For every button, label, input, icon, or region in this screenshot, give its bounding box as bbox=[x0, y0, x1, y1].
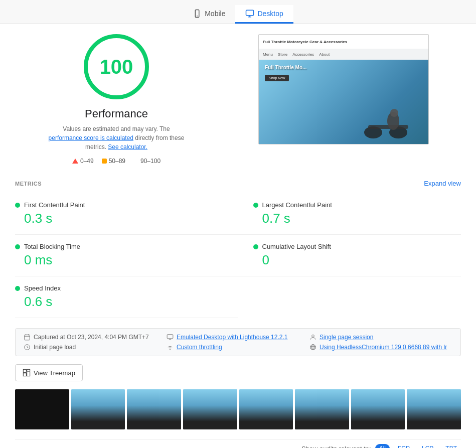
metric-cls: Cumulative Layout Shift 0 bbox=[238, 235, 461, 276]
screenshot-shop-btn: Shop Now bbox=[265, 75, 289, 81]
audit-tag-fcp[interactable]: FCP bbox=[394, 444, 414, 448]
screenshot-hero-text: Full Throttle Mo... bbox=[265, 65, 306, 70]
info-page-load-text: Initial page load bbox=[34, 344, 76, 351]
legend-fail: 0–49 bbox=[72, 158, 94, 165]
metric-cls-name-row: Cumulative Layout Shift bbox=[253, 243, 461, 250]
metric-fcp-name: First Contentful Paint bbox=[24, 201, 85, 209]
legend-fail-label: 0–49 bbox=[80, 158, 94, 165]
desktop-icon bbox=[245, 9, 254, 18]
screenshot-nav-bar: MenuStoreAccessoriesAbout bbox=[259, 49, 428, 60]
calendar-icon bbox=[24, 334, 31, 341]
info-captured: Captured at Oct 23, 2024, 4:04 PM GMT+7 bbox=[24, 334, 167, 341]
info-page-load: Initial page load bbox=[24, 344, 167, 351]
wifi-icon bbox=[167, 344, 174, 351]
screenshot-site-title: Full Throttle Motorcycle Gear & Accessor… bbox=[263, 40, 347, 44]
score-value: 100 bbox=[100, 56, 133, 78]
svg-rect-26 bbox=[27, 372, 30, 376]
legend-pass: 90–100 bbox=[133, 158, 161, 165]
metric-si-dot bbox=[15, 286, 20, 291]
metric-fcp-dot bbox=[15, 203, 20, 208]
metric-lcp-name: Largest Contentful Paint bbox=[262, 201, 332, 209]
metric-si: Speed Index 0.6 s bbox=[15, 276, 238, 318]
info-browser-link[interactable]: Using HeadlessChromium 129.0.6668.89 wit… bbox=[320, 344, 447, 351]
metric-lcp-name-row: Largest Contentful Paint bbox=[253, 201, 461, 209]
metric-si-name-row: Speed Index bbox=[15, 284, 223, 292]
svg-point-17 bbox=[312, 335, 314, 337]
svg-point-21 bbox=[312, 345, 314, 350]
svg-point-19 bbox=[170, 349, 170, 350]
page-screenshot: Full Throttle Motorcycle Gear & Accessor… bbox=[258, 34, 429, 144]
main-content: 100 Performance Values are estimated and… bbox=[0, 24, 476, 448]
metric-tbt-name: Total Blocking Time bbox=[24, 243, 80, 250]
audit-tag-tbt[interactable]: TBT bbox=[441, 444, 461, 448]
info-browser: Using HeadlessChromium 129.0.6668.89 wit… bbox=[309, 344, 452, 351]
screenshot-header-bar: Full Throttle Motorcycle Gear & Accessor… bbox=[259, 35, 428, 49]
svg-point-9 bbox=[390, 109, 398, 117]
monitor-icon bbox=[167, 334, 174, 341]
metrics-grid: First Contentful Paint 0.3 s Largest Con… bbox=[15, 193, 461, 318]
svg-rect-25 bbox=[27, 369, 30, 371]
audit-tag-lcp[interactable]: LCP bbox=[418, 444, 437, 448]
film-frame-3 bbox=[127, 389, 181, 429]
info-emulated-link[interactable]: Emulated Desktop with Lighthouse 12.2.1 bbox=[177, 334, 287, 341]
metrics-label: METRICS bbox=[15, 181, 42, 187]
tab-desktop[interactable]: Desktop bbox=[235, 5, 293, 24]
metrics-header: METRICS Expand view bbox=[15, 180, 461, 187]
view-treemap-button[interactable]: View Treemap bbox=[15, 364, 83, 381]
metric-tbt-value: 0 ms bbox=[24, 252, 223, 268]
svg-point-20 bbox=[310, 345, 316, 350]
info-bar: Captured at Oct 23, 2024, 4:04 PM GMT+7 … bbox=[15, 328, 461, 356]
svg-rect-27 bbox=[23, 373, 26, 376]
expand-view-button[interactable]: Expand view bbox=[424, 180, 461, 187]
metric-fcp-name-row: First Contentful Paint bbox=[15, 201, 223, 209]
audit-tag-all[interactable]: All bbox=[375, 444, 390, 448]
metric-cls-dot bbox=[253, 244, 258, 249]
svg-rect-24 bbox=[23, 369, 26, 372]
metric-lcp-dot bbox=[253, 203, 258, 208]
calculator-link[interactable]: See calculator. bbox=[108, 143, 147, 151]
screenshot-bike-svg bbox=[358, 100, 418, 140]
legend-warn-icon bbox=[102, 159, 107, 164]
person-icon bbox=[309, 334, 316, 341]
treemap-btn-label: View Treemap bbox=[34, 369, 75, 377]
treemap-icon bbox=[23, 369, 31, 377]
film-frame-1 bbox=[15, 389, 69, 429]
metric-fcp-value: 0.3 s bbox=[24, 211, 223, 226]
info-throttling-link[interactable]: Custom throttling bbox=[177, 344, 222, 351]
film-frame-5 bbox=[239, 389, 293, 429]
metric-tbt-dot bbox=[15, 244, 20, 249]
info-session: Single page session bbox=[309, 334, 452, 341]
info-emulated: Emulated Desktop with Lighthouse 12.2.1 bbox=[167, 334, 309, 341]
legend-warn: 50–89 bbox=[102, 158, 125, 165]
film-frame-6 bbox=[295, 389, 349, 429]
perf-score-link[interactable]: performance score is calculated bbox=[49, 134, 133, 141]
film-frame-4 bbox=[183, 389, 237, 429]
score-legend: 0–49 50–89 90–100 bbox=[72, 158, 161, 165]
screenshot-hero-image: Full Throttle Mo... Shop Now bbox=[259, 60, 428, 144]
legend-warn-label: 50–89 bbox=[109, 158, 125, 165]
score-left: 100 Performance Values are estimated and… bbox=[15, 34, 218, 165]
tab-mobile[interactable]: Mobile bbox=[183, 5, 235, 24]
clock-icon bbox=[24, 344, 31, 351]
performance-title: Performance bbox=[85, 107, 148, 120]
metric-si-value: 0.6 s bbox=[24, 294, 223, 310]
metric-lcp: Largest Contentful Paint 0.7 s bbox=[238, 193, 461, 235]
metrics-section: METRICS Expand view First Contentful Pai… bbox=[15, 180, 461, 318]
svg-rect-10 bbox=[25, 335, 30, 340]
desc-text-1: Values are estimated and may vary. The bbox=[63, 125, 170, 132]
metric-fcp: First Contentful Paint 0.3 s bbox=[15, 193, 238, 235]
metric-si-name: Speed Index bbox=[24, 284, 61, 292]
metric-lcp-value: 0.7 s bbox=[262, 211, 461, 226]
metric-tbt: Total Blocking Time 0 ms bbox=[15, 235, 238, 276]
tab-mobile-label: Mobile bbox=[205, 10, 225, 18]
info-captured-text: Captured at Oct 23, 2024, 4:04 PM GMT+7 bbox=[34, 334, 149, 341]
tab-bar: Mobile Desktop bbox=[0, 0, 476, 24]
info-session-link[interactable]: Single page session bbox=[320, 334, 373, 341]
metric-cls-value: 0 bbox=[262, 252, 461, 268]
film-frame-8 bbox=[407, 389, 461, 429]
globe-icon bbox=[309, 344, 316, 351]
info-throttling: Custom throttling bbox=[167, 344, 309, 351]
score-circle: 100 bbox=[84, 34, 149, 99]
vertical-divider bbox=[238, 34, 238, 165]
legend-pass-label: 90–100 bbox=[140, 158, 161, 165]
